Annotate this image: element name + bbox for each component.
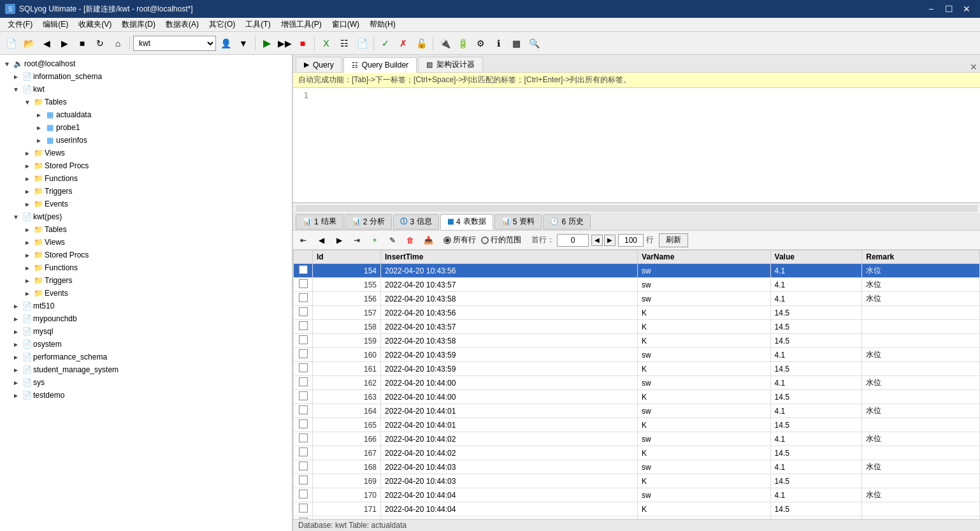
expand-testdemo[interactable]: ►: [11, 391, 20, 400]
query-editor[interactable]: 1: [293, 88, 980, 203]
tree-item-probe1[interactable]: ► ▦ probe1: [0, 121, 292, 134]
tree-item-root[interactable]: ▼ 🔉 root@localhost: [0, 57, 292, 70]
row-checkbox[interactable]: [299, 335, 308, 344]
expand-kwt-tables[interactable]: ▼: [23, 98, 32, 106]
radio-row-range[interactable]: 行的范围: [481, 235, 521, 245]
toolbar-execute2-btn[interactable]: ▶▶: [277, 35, 293, 52]
expand-kwtpes[interactable]: ▼: [11, 212, 20, 221]
result-tab-4[interactable]: ▦ 4 表数据: [440, 214, 493, 229]
result-tab-2[interactable]: 📊 2 分析: [345, 214, 393, 229]
row-checkbox-cell[interactable]: [294, 460, 313, 474]
editor-hscroll[interactable]: [293, 203, 980, 213]
row-checkbox[interactable]: [299, 349, 308, 358]
close-button[interactable]: ✕: [958, 3, 975, 15]
table-row[interactable]: 1722022-04-20 10:44:05sw4.1水位: [294, 516, 980, 520]
result-tab-6[interactable]: 🕑 6 历史: [543, 214, 591, 229]
expand-kwtpes-events[interactable]: ►: [23, 289, 32, 298]
toolbar-dropdown-btn[interactable]: ▼: [235, 35, 252, 52]
row-checkbox-cell[interactable]: [294, 488, 313, 502]
row-checkbox[interactable]: [299, 518, 308, 519]
result-last-btn[interactable]: ⇥: [349, 233, 364, 247]
tree-item-information-schema[interactable]: ► 📄 information_schema: [0, 70, 292, 83]
col-header-checkbox[interactable]: [294, 251, 313, 264]
expand-kwt[interactable]: ▼: [11, 85, 20, 94]
row-checkbox-cell[interactable]: [294, 376, 313, 390]
expand-kwt-storedprocs[interactable]: ►: [23, 161, 32, 170]
table-row[interactable]: 1682022-04-20 10:44:03sw4.1水位: [294, 460, 980, 474]
col-header-varname[interactable]: VarName: [638, 251, 771, 264]
row-checkbox-cell[interactable]: [294, 390, 313, 404]
row-checkbox-cell[interactable]: [294, 348, 313, 362]
result-tab-5[interactable]: 📊 5 资料: [494, 214, 542, 229]
row-checkbox-cell[interactable]: [294, 306, 313, 320]
table-row[interactable]: 1672022-04-20 10:44:02K14.5: [294, 446, 980, 460]
expand-userinfos[interactable]: ►: [34, 136, 43, 145]
panel-close-btn[interactable]: ✕: [970, 62, 977, 72]
table-row[interactable]: 1582022-04-20 10:43:57K14.5: [294, 320, 980, 334]
row-checkbox[interactable]: [299, 476, 308, 484]
row-checkbox[interactable]: [299, 391, 308, 400]
menu-favorites[interactable]: 收藏夹(V): [73, 18, 117, 31]
row-checkbox-cell[interactable]: [294, 362, 313, 376]
table-row[interactable]: 1612022-04-20 10:43:59K14.5: [294, 362, 980, 376]
toolbar-info-btn[interactable]: ℹ: [490, 35, 507, 52]
table-row[interactable]: 1632022-04-20 10:44:00K14.5: [294, 390, 980, 404]
db-selector[interactable]: kwt: [133, 36, 216, 51]
row-checkbox[interactable]: [299, 321, 308, 330]
expand-actualdata[interactable]: ►: [34, 110, 43, 119]
rows-input[interactable]: [618, 234, 644, 247]
row-checkbox-cell[interactable]: [294, 474, 313, 488]
toolbar-query2-btn[interactable]: 🔍: [526, 35, 542, 52]
row-checkbox[interactable]: [299, 504, 308, 513]
expand-probe1[interactable]: ►: [34, 123, 43, 132]
row-checkbox[interactable]: [299, 307, 308, 316]
toolbar-excel-btn[interactable]: X: [318, 35, 335, 52]
table-row[interactable]: 1662022-04-20 10:44:02sw4.1水位: [294, 432, 980, 446]
expand-kwt-triggers[interactable]: ►: [23, 187, 32, 196]
toolbar-commit-btn[interactable]: ✓: [377, 35, 394, 52]
tree-item-mypounchdb[interactable]: ► 📄 mypounchdb: [0, 312, 292, 325]
tree-item-kwt-functions[interactable]: ► 📁 Functions: [0, 172, 292, 185]
result-insert-btn[interactable]: +: [367, 233, 382, 247]
tree-item-student-manage[interactable]: ► 📄 student_manage_system: [0, 363, 292, 376]
row-checkbox[interactable]: [299, 293, 308, 302]
expand-kwt-functions[interactable]: ►: [23, 174, 32, 183]
tree-item-sys[interactable]: ► 📄 sys: [0, 376, 292, 389]
radio-all-rows[interactable]: 所有行: [443, 235, 476, 245]
tree-item-kwtpes[interactable]: ▼ 📄 kwt(pes): [0, 210, 292, 223]
tree-item-mysql[interactable]: ► 📄 mysql: [0, 325, 292, 338]
maximize-button[interactable]: ☐: [940, 3, 957, 15]
row-checkbox[interactable]: [299, 490, 308, 498]
toolbar-stop-btn[interactable]: ■: [74, 35, 90, 52]
table-row[interactable]: 1712022-04-20 10:44:04K14.5: [294, 502, 980, 516]
col-header-value[interactable]: Value: [770, 251, 862, 264]
table-row[interactable]: 1702022-04-20 10:44:04sw4.1水位: [294, 488, 980, 502]
expand-root[interactable]: ▼: [3, 59, 11, 68]
window-controls[interactable]: − ☐ ✕: [923, 3, 975, 15]
tree-item-kwtpes-views[interactable]: ► 📁 Views: [0, 236, 292, 249]
table-row[interactable]: 1622022-04-20 10:44:00sw4.1水位: [294, 376, 980, 390]
tree-item-osystem[interactable]: ► 📄 osystem: [0, 338, 292, 351]
tree-item-kwtpes-triggers[interactable]: ► 📁 Triggers: [0, 274, 292, 287]
toolbar-open-btn[interactable]: 📂: [20, 35, 37, 52]
tree-item-performance-schema[interactable]: ► 📄 performance_schema: [0, 351, 292, 363]
tree-item-kwt-storedprocs[interactable]: ► 📁 Stored Procs: [0, 159, 292, 172]
table-row[interactable]: 1602022-04-20 10:43:59sw4.1水位: [294, 348, 980, 362]
row-checkbox-cell[interactable]: [294, 320, 313, 334]
tree-item-kwt-tables[interactable]: ▼ 📁 Tables: [0, 96, 292, 108]
row-checkbox-cell[interactable]: [294, 432, 313, 446]
tree-item-kwtpes-events[interactable]: ► 📁 Events: [0, 287, 292, 300]
result-prev-btn[interactable]: ◀: [313, 233, 329, 247]
table-row[interactable]: 1542022-04-20 10:43:56sw4.1水位: [294, 264, 980, 278]
table-row[interactable]: 1572022-04-20 10:43:56K14.5: [294, 306, 980, 320]
toolbar-disconnect-btn[interactable]: 🔋: [454, 35, 471, 52]
row-checkbox[interactable]: [299, 433, 308, 442]
expand-mypounchdb[interactable]: ►: [11, 314, 20, 323]
row-checkbox[interactable]: [299, 377, 308, 386]
expand-sys[interactable]: ►: [11, 378, 20, 387]
tree-item-mt510[interactable]: ► 📄 mt510: [0, 300, 292, 312]
row-checkbox[interactable]: [299, 419, 308, 428]
table-row[interactable]: 1642022-04-20 10:44:01sw4.1水位: [294, 404, 980, 418]
minimize-button[interactable]: −: [923, 3, 939, 15]
expand-kwtpes-views[interactable]: ►: [23, 238, 32, 247]
